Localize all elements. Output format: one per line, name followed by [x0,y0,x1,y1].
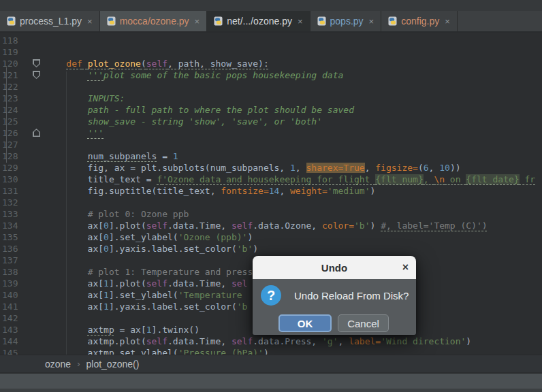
tab-close-icon[interactable]: × [298,16,303,27]
code-text: ax[0].set_ylabel('Ozone (ppb)') [45,231,253,243]
python-file-icon [7,16,16,26]
code-line: 122 [0,81,542,93]
tab-label: pops.py [330,16,364,27]
code-line: 126 ''' [0,127,542,139]
code-text: ax[0].yaxis.label.set_color('b') [45,243,258,255]
tab-label: process_L1.py [20,16,82,27]
fold-start-icon[interactable] [33,59,40,67]
code-line: 120 def plot_ozone(self, path, show_save… [0,58,542,69]
line-number: 139 [0,278,30,289]
gutter-fold-column [30,324,45,336]
code-text: # plot 0: Ozone ppb [45,208,189,220]
question-icon: ? [261,285,281,306]
code-line: 125 show_save - string 'show', 'save', o… [0,116,542,127]
code-line: 144 axtmp.plot(self.data.Time, self.data… [0,336,542,347]
code-line: 136 ax[0].yaxis.label.set_color('b') [0,243,542,255]
line-number: 134 [0,220,30,231]
gutter-fold-column [30,185,45,197]
gutter-fold-column [30,46,45,58]
tab-net-ozone-py[interactable]: net/.../ozone.py× [207,11,310,31]
tab-mocca-ozone-py[interactable]: mocca/ozone.py× [100,11,208,31]
fold-end-icon[interactable] [33,129,40,137]
gutter-fold-column [30,162,45,174]
code-line: 123 INPUTS: [0,93,542,104]
code-line: 129 fig, ax = plt.subplots(num_subpanels… [0,162,542,174]
code-line: 130 title_text = f'Ozone data and housek… [0,174,542,185]
line-number: 142 [0,312,30,324]
code-text: # plot 1: Temperature and press [45,266,253,278]
gutter-fold-column [30,336,45,347]
line-number: 135 [0,231,30,243]
ok-button[interactable]: OK [278,314,332,332]
fold-start-icon[interactable] [33,71,40,79]
code-text: axtmp.plot(self.data.Time, self.data.Pre… [45,336,471,347]
gutter-fold-column [30,312,45,324]
tab-label: net/.../ozone.py [227,16,292,27]
code-line: 134 ax[0].plot(self.data.Time, self.data… [0,220,542,231]
breadcrumb-separator: › [77,359,80,369]
gutter-fold-column [30,278,45,289]
code-line: 118 [0,35,542,46]
dialog-close-icon[interactable]: × [402,262,409,273]
code-line: 145 axtmp.set_ylabel('Pressure (hPa)') [0,347,542,355]
gutter-fold-column [30,174,45,185]
breadcrumb-method[interactable]: plot_ozone() [86,359,140,370]
line-number: 129 [0,162,30,174]
tab-pops-py[interactable]: pops.py× [310,11,382,31]
line-number: 128 [0,150,30,162]
tab-process-l1-py[interactable]: process_L1.py× [0,11,100,31]
breadcrumb-bar: ozone › plot_ozone() [0,355,542,372]
tab-close-icon[interactable]: × [87,16,93,27]
tab-close-icon[interactable]: × [195,16,200,27]
line-number: 123 [0,93,30,104]
line-number: 126 [0,127,30,139]
gutter-fold-column [30,243,45,255]
code-line: 119 [0,46,542,58]
gutter-fold-column [30,231,45,243]
line-number: 137 [0,255,30,266]
tab-label: mocca/ozone.py [120,16,189,27]
line-number: 131 [0,185,30,197]
code-text: num_subpanels = 1 [45,150,178,162]
dialog-title: Undo [321,262,347,274]
tab-config-py[interactable]: config.py× [381,11,458,31]
code-line: 124 path - full path to where the plot s… [0,104,542,116]
code-text: ax[1].yaxis.label.set_color('b [45,301,247,312]
code-text: axtmp.set_ylabel('Pressure (hPa)') [45,347,269,355]
code-text: ax[1].set_ylabel('Temperature [45,289,247,301]
gutter-fold-column [30,139,45,150]
code-text: show_save - string 'show', 'save', or 'b… [45,116,322,127]
editor-tab-bar: process_L1.py×mocca/ozone.py×net/.../ozo… [0,11,542,33]
python-file-icon [107,16,116,26]
line-number: 140 [0,289,30,301]
gutter-fold-column [30,197,45,208]
line-number: 143 [0,324,30,336]
python-file-icon [214,16,223,26]
gutter-fold-column [30,116,45,127]
line-number: 127 [0,139,30,150]
tab-close-icon[interactable]: × [445,16,450,27]
breadcrumb-file[interactable]: ozone [45,359,71,370]
code-line: 121 '''plot some of the basic pops house… [0,69,542,81]
code-line: 132 [0,197,542,208]
line-number: 133 [0,208,30,220]
code-line: 133 # plot 0: Ozone ppb [0,208,542,220]
gutter-fold-column [30,301,45,312]
code-text: title_text = f'Ozone data and housekeepi… [45,174,535,185]
undo-dialog: Undo × ? Undo Reload From Disk? OK Cance… [253,256,416,335]
gutter-fold-column [30,35,45,46]
code-line: 128 num_subpanels = 1 [0,150,542,162]
python-file-icon [388,16,397,26]
cancel-button[interactable]: Cancel [338,314,389,332]
line-number: 122 [0,81,30,93]
window-header-strip [0,0,542,11]
code-text: fig.suptitle(title_text, fontsize=14, we… [45,185,375,197]
code-line: 127 [0,139,542,150]
gutter-fold-column [30,93,45,104]
tab-close-icon[interactable]: × [369,16,374,27]
line-number: 119 [0,46,30,58]
dialog-title-bar[interactable]: Undo × [253,256,416,279]
gutter-fold-column [30,127,45,139]
dialog-body: ? Undo Reload From Disk? OK Cancel [253,279,416,335]
dialog-message: Undo Reload From Disk? [294,290,409,301]
